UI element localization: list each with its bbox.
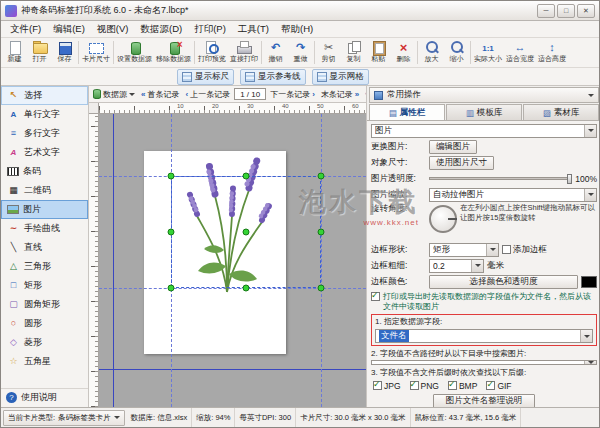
tab-template-library[interactable]: 模板库: [446, 104, 522, 120]
datasource-field-select[interactable]: 文件名: [375, 329, 593, 343]
copy-icon: [346, 41, 362, 54]
edit-image-button[interactable]: 编辑图片: [429, 140, 477, 154]
selection-handle-s[interactable]: [243, 285, 250, 292]
ext-png-checkbox[interactable]: PNG: [410, 381, 439, 391]
ext-jpg-checkbox[interactable]: JPG: [373, 381, 401, 391]
sidebar-tool-barcode[interactable]: 条码: [1, 162, 88, 181]
toggle-label: 显示标尺: [195, 71, 229, 83]
sidebar-tool-qrcode[interactable]: 二维码: [1, 181, 88, 200]
ext-gif-checkbox[interactable]: GIF: [486, 381, 511, 391]
fit-height-button[interactable]: 适合高度: [536, 38, 568, 67]
maximize-button[interactable]: □: [557, 4, 575, 18]
tab-properties[interactable]: 属性栏: [369, 104, 445, 120]
border-width-select[interactable]: 0.2: [429, 259, 484, 273]
sidebar-tool-art-text[interactable]: 艺术文字: [1, 143, 88, 162]
close-button[interactable]: ✕: [577, 4, 595, 18]
sidebar-tool-select[interactable]: 选择: [1, 86, 88, 105]
selection-handle-se[interactable]: [318, 285, 325, 292]
previous-record-button[interactable]: 上一条记录: [183, 88, 232, 101]
cut-button[interactable]: 剪切: [316, 38, 341, 67]
toolbar-separator: [194, 41, 195, 64]
sidebar-tool-rectangle[interactable]: 矩形: [1, 276, 88, 295]
selection-handle-sw[interactable]: [168, 285, 175, 292]
object-type-select[interactable]: 图片: [371, 124, 597, 138]
actual-size-button[interactable]: 实际大小: [472, 38, 504, 67]
copy-button[interactable]: 复制: [341, 38, 366, 67]
sidebar-tool-line[interactable]: 直线: [1, 238, 88, 257]
menu-edit[interactable]: 编辑(E): [47, 22, 91, 37]
rotation-dial[interactable]: [429, 205, 457, 233]
ext-bmp-checkbox[interactable]: BMP: [448, 381, 477, 391]
menu-help[interactable]: 帮助(H): [275, 22, 319, 37]
new-button[interactable]: 新建: [2, 38, 27, 67]
selection-handle-ne[interactable]: [318, 173, 325, 180]
add-border-label: 添加边框: [513, 244, 547, 256]
sidebar-tool-triangle[interactable]: 三角形: [1, 257, 88, 276]
minimize-button[interactable]: ─: [537, 4, 555, 18]
sidebar-tool-multi-line-text[interactable]: 多行文字: [1, 124, 88, 143]
usage-help-button[interactable]: ?使用说明: [1, 388, 88, 406]
zoom-out-button[interactable]: 缩小: [444, 38, 469, 67]
border-color-swatch[interactable]: [581, 276, 597, 288]
selection-handle-n[interactable]: [243, 173, 250, 180]
zoom-in-button[interactable]: 放大: [419, 38, 444, 67]
set-datasource-button[interactable]: 设置数据源: [115, 38, 154, 67]
datasource-field-box: 1. 指定数据源字段: 文件名: [371, 314, 597, 346]
use-image-size-button[interactable]: 使用图片尺寸: [429, 156, 494, 170]
sidebar-tool-single-line-text[interactable]: 单行文字: [1, 105, 88, 124]
next-record-button[interactable]: 下一条记录: [268, 88, 317, 101]
add-border-checkbox[interactable]: 添加边框: [502, 244, 547, 256]
tool-label: 图片: [23, 203, 41, 216]
selection-handle-center[interactable]: [243, 229, 250, 236]
design-canvas[interactable]: [99, 114, 366, 407]
remove-datasource-button[interactable]: 移除数据源: [154, 38, 193, 67]
selection-handle-nw[interactable]: [168, 173, 175, 180]
art-text-icon: [7, 147, 20, 158]
border-shape-select[interactable]: 矩形: [429, 243, 499, 257]
common-actions-button[interactable]: 常用操作: [369, 87, 599, 103]
show-ruler-toggle[interactable]: 显示标尺: [177, 69, 234, 85]
datasource-menu-button[interactable]: 数据源: [91, 88, 137, 101]
snap-guide-right: [321, 114, 322, 407]
filename-mode-checkbox[interactable]: [371, 292, 380, 301]
undo-button[interactable]: 撤销: [263, 38, 288, 67]
card-size-button[interactable]: 卡片尺寸: [80, 38, 112, 67]
open-button[interactable]: 打开: [27, 38, 52, 67]
sidebar-tool-image[interactable]: 图片: [1, 200, 88, 219]
save-button[interactable]: 保存: [52, 38, 77, 67]
print-preview-button[interactable]: 打印预览: [196, 38, 228, 67]
slider-thumb[interactable]: [567, 174, 572, 184]
menu-file[interactable]: 文件(F): [4, 22, 47, 37]
print-button[interactable]: 直接打印: [228, 38, 260, 67]
sidebar-tool-diamond[interactable]: 菱形: [1, 333, 88, 352]
paste-button[interactable]: 粘贴: [366, 38, 391, 67]
tool-label: 选择: [24, 89, 42, 102]
sidebar-tool-freehand-curve[interactable]: 手绘曲线: [1, 219, 88, 238]
guides-icon: [245, 72, 255, 82]
first-record-button[interactable]: 首条记录: [139, 88, 181, 101]
border-color-button[interactable]: 选择颜色和透明度: [429, 275, 578, 289]
menu-tools[interactable]: 工具(T): [232, 22, 275, 37]
fit-width-button[interactable]: 适合宽度: [504, 38, 536, 67]
last-record-button[interactable]: 末条记录: [319, 88, 361, 101]
menu-view[interactable]: 视图(V): [91, 22, 135, 37]
filename-help-button[interactable]: 图片文件名整理说明: [433, 394, 536, 407]
selection-handle-w[interactable]: [168, 229, 175, 236]
card-type-dropdown[interactable]: 当前卡片类型: 条码标签类卡片: [3, 410, 125, 426]
sidebar-tool-rounded-rectangle[interactable]: 圆角矩形: [1, 295, 88, 314]
sidebar-tool-circle[interactable]: 圆形: [1, 314, 88, 333]
image-scale-label: 图片缩放:: [371, 189, 426, 201]
delete-button[interactable]: 删除: [391, 38, 416, 67]
show-grid-toggle[interactable]: 显示网格: [312, 69, 369, 85]
menu-datasource[interactable]: 数据源(D): [134, 22, 188, 37]
sidebar-tool-star[interactable]: 五角星: [1, 352, 88, 371]
search-directory-select[interactable]: [371, 360, 597, 365]
opacity-slider[interactable]: [429, 173, 572, 185]
selection-handle-e[interactable]: [318, 229, 325, 236]
show-guides-toggle[interactable]: 显示参考线: [240, 69, 306, 85]
redo-button[interactable]: 重做: [288, 38, 313, 67]
image-scale-select[interactable]: 自动拉伸图片: [429, 188, 597, 202]
tab-material-library[interactable]: 素材库: [523, 104, 599, 120]
record-position-input[interactable]: 1 / 10: [234, 88, 266, 100]
menu-print[interactable]: 打印(P): [188, 22, 232, 37]
